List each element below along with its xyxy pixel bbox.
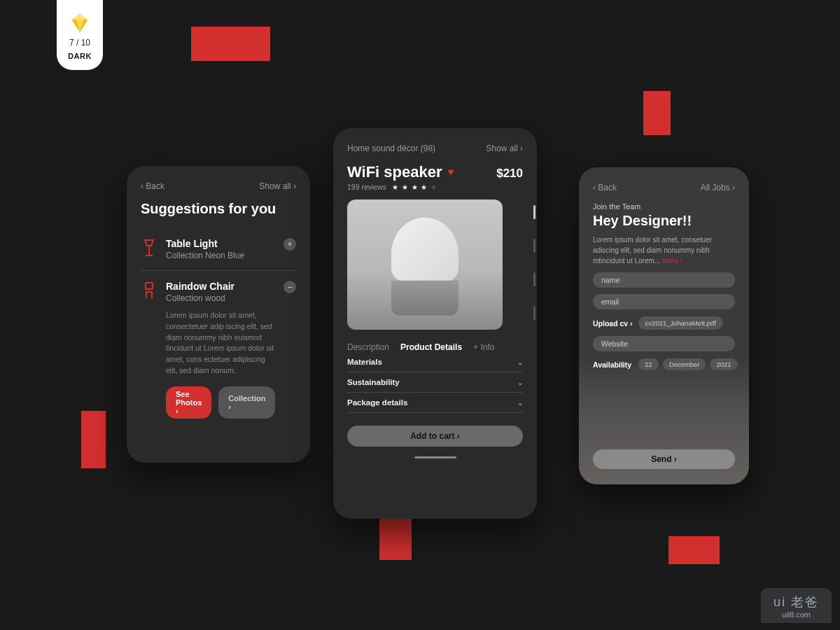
item-desc: Lorem ipsum dolor sit amet, consectetuer… [166,310,275,377]
chair-icon [141,281,158,300]
join-team-card: ‹ Back All Jobs › Join the Team Hey Desi… [579,167,749,484]
tab-info[interactable]: + Info [473,342,494,352]
expand-button[interactable]: + [284,238,296,251]
svg-marker-2 [72,14,88,20]
svg-rect-5 [146,283,153,289]
join-title: Hey Designer!! [593,213,735,229]
chevron-down-icon: ⌄ [517,399,523,407]
accordion-sustainability[interactable]: Sustainability ⌄ [347,372,523,393]
decor-red-5 [668,536,720,564]
all-jobs-link[interactable]: All Jobs › [701,183,735,192]
collection-button[interactable]: Collection › [218,386,275,419]
avail-year[interactable]: 2021 [710,358,737,370]
availability-label: Availability [593,360,631,369]
watermark-url: uil8.com [774,610,819,619]
review-count: 199 reviews [347,183,386,191]
show-all-link[interactable]: Show all › [259,181,296,191]
uploaded-file[interactable]: cv2021_JohanaMett.pdf [638,316,723,330]
suggestions-card: ‹ Back Show all › Suggestions for you Ta… [127,166,310,463]
send-button[interactable]: Send › [593,449,735,469]
back-link[interactable]: ‹ Back [141,181,164,191]
item-sub: Collection wood [166,293,275,303]
tab-description[interactable]: Description [347,342,389,352]
watermark: ui 老爸 uil8.com [761,588,832,623]
sketch-badge: 7 / 10 DARK [57,0,103,70]
show-all-link[interactable]: Show all › [486,144,523,153]
lamp-icon [141,238,158,258]
avail-month[interactable]: December [663,358,706,370]
item-name: Table Light [166,238,244,249]
favorite-icon[interactable]: ♥ [448,166,455,178]
accordion-materials[interactable]: Materials ⌄ [347,352,523,372]
breadcrumb[interactable]: Home sound décor (98) [347,144,435,153]
collapse-button[interactable]: – [284,281,296,293]
upload-cv-label[interactable]: Upload cv › [593,319,633,328]
decor-red-3 [643,91,671,135]
add-to-cart-button[interactable]: Add to cart › [347,426,523,447]
watermark-brand: ui 老爸 [774,594,819,610]
suggestion-item[interactable]: Raindow Chair Collection wood Lorem ipsu… [141,270,296,426]
chevron-down-icon: ⌄ [517,379,523,386]
name-field[interactable]: name [593,272,735,288]
see-photos-button[interactable]: See Photos › [166,386,211,419]
avail-day[interactable]: 22 [638,358,659,370]
back-link[interactable]: ‹ Back [593,183,617,192]
suggestions-title: Suggestions for you [141,201,296,217]
tab-product-details[interactable]: Product Details [400,342,462,352]
rating-stars: ★ ★ ★ ★ ★ [392,183,438,191]
image-pager[interactable] [533,205,536,320]
item-sub: Collection Neon Blue [166,251,244,260]
decor-red-1 [191,27,270,61]
join-desc: Lorem ipsum dolor sit amet, consetuer ad… [593,234,735,266]
badge-count: 7 / 10 [69,38,90,48]
suggestion-item[interactable]: Table Light Collection Neon Blue + [141,231,296,267]
product-price: $210 [496,167,523,181]
item-name: Raindow Chair [166,281,275,292]
email-field[interactable]: email [593,294,735,309]
join-subtitle: Join the Team [593,202,735,211]
badge-mode: DARK [68,52,92,60]
product-card: Home sound décor (98) Show all › WiFi sp… [333,128,537,519]
more-link[interactable]: more › [662,257,682,265]
product-name: WiFi speaker [347,163,442,181]
website-field[interactable]: Website [593,336,735,351]
accordion-package[interactable]: Package details ⌄ [347,393,523,413]
sketch-diamond-icon [69,13,90,34]
chevron-down-icon: ⌄ [517,358,523,366]
decor-red-2 [81,411,106,468]
product-image [347,200,503,330]
decor-red-4 [379,515,412,560]
scroll-indicator [414,456,456,458]
